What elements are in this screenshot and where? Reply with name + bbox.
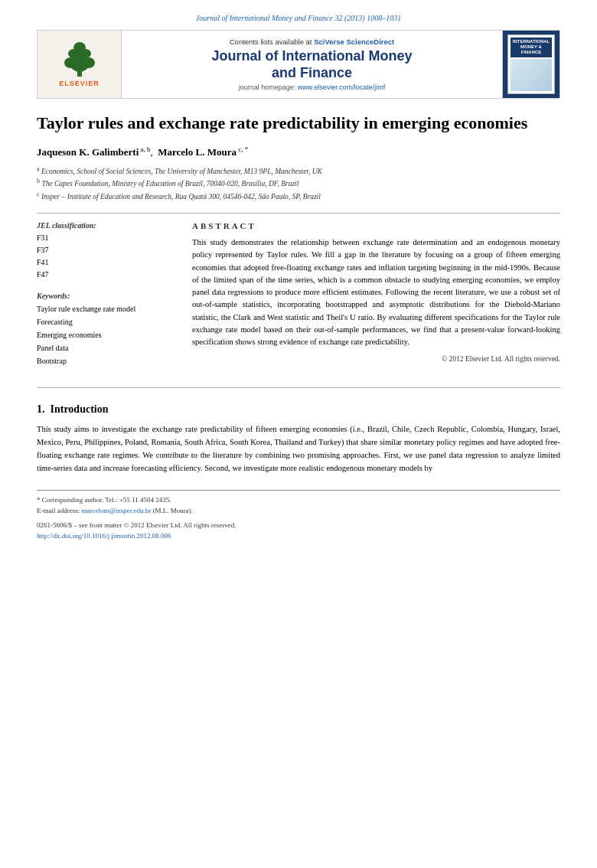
footnote-issn: 0261-5606/$ – see front matter © 2012 El… bbox=[37, 520, 560, 531]
jel-title: JEL classification: bbox=[37, 221, 178, 230]
intro-paragraph: This study aims to investigate the excha… bbox=[37, 423, 560, 475]
footnote-doi-link[interactable]: http://dx.doi.org/10.1016/j.jimonfin.201… bbox=[37, 532, 171, 540]
author-1-sup: a, b bbox=[139, 145, 150, 153]
authors-line: Jaqueson K. Galimberti a, b, Marcelo L. … bbox=[37, 145, 560, 158]
sciverse-link[interactable]: SciVerse ScienceDirect bbox=[314, 38, 394, 46]
jel-section: JEL classification: F31 F37 F41 F47 bbox=[37, 221, 178, 281]
journal-ref: Journal of International Money and Finan… bbox=[37, 14, 560, 22]
jel-code-3: F41 bbox=[37, 256, 178, 269]
abstract-section: JEL classification: F31 F37 F41 F47 Keyw… bbox=[37, 221, 560, 375]
elsevier-logo-section: ELSEVIER bbox=[38, 31, 122, 98]
affil-3: c Insper – Institute of Education and Re… bbox=[37, 190, 560, 202]
footnote-doi: http://dx.doi.org/10.1016/j.jimonfin.201… bbox=[37, 531, 560, 542]
footnote-email: E-mail address: marcelom@insper.edu.br (… bbox=[37, 506, 560, 517]
jel-code-4: F47 bbox=[37, 269, 178, 281]
elsevier-tree-icon bbox=[57, 41, 103, 78]
jel-codes: F31 F37 F41 F47 bbox=[37, 232, 178, 281]
jel-code-2: F37 bbox=[37, 244, 178, 256]
abstract-text: This study demonstrates the relationship… bbox=[192, 237, 560, 348]
section-divider bbox=[37, 387, 560, 388]
journal-homepage: journal homepage: www.elsevier.com/locat… bbox=[239, 83, 386, 91]
affil-2: b The Capes Foundation, Ministry of Educ… bbox=[37, 177, 560, 189]
journal-title-banner: Journal of International Money and Finan… bbox=[211, 48, 412, 81]
elsevier-logo: ELSEVIER bbox=[57, 41, 103, 87]
svg-point-7 bbox=[73, 42, 86, 53]
footnote-email-link[interactable]: marcelom@insper.edu.br bbox=[81, 507, 151, 514]
keyword-2: Forecasting bbox=[37, 315, 178, 328]
author-2-sup: c, * bbox=[237, 145, 248, 153]
header-center: Contents lists available at SciVerse Sci… bbox=[122, 31, 502, 98]
keywords-list: Taylor rule exchange rate model Forecast… bbox=[37, 302, 178, 367]
affiliations: a Economics, School of Social Sciences, … bbox=[37, 165, 560, 202]
copyright-line: © 2012 Elsevier Ltd. All rights reserved… bbox=[192, 355, 560, 363]
elsevier-label: ELSEVIER bbox=[59, 80, 100, 87]
abstract-header: ABSTRACT bbox=[192, 221, 560, 230]
keywords-title: Keywords: bbox=[37, 292, 178, 300]
keyword-3: Emerging economies bbox=[37, 328, 178, 341]
keywords-section: Keywords: Taylor rule exchange rate mode… bbox=[37, 292, 178, 367]
jel-code-1: F31 bbox=[37, 232, 178, 244]
article-title: Taylor rules and exchange rate predictab… bbox=[37, 113, 560, 135]
right-col: ABSTRACT This study demonstrates the rel… bbox=[192, 221, 560, 375]
keyword-4: Panel data bbox=[37, 341, 178, 354]
keyword-1: Taylor rule exchange rate model bbox=[37, 302, 178, 315]
page-container: Journal of International Money and Finan… bbox=[0, 0, 597, 868]
affil-1: a Economics, School of Social Sciences, … bbox=[37, 165, 560, 177]
cover-title: INTERNATIONAL MONEY & FINANCE bbox=[511, 38, 552, 57]
cover-image bbox=[511, 59, 552, 91]
left-col: JEL classification: F31 F37 F41 F47 Keyw… bbox=[37, 221, 178, 375]
author-1-name: Jaqueson K. Galimberti bbox=[37, 146, 139, 158]
footnote-corresponding: * Corresponding author. Tel.: +55 11 450… bbox=[37, 495, 560, 506]
author-2-name: Marcelo L. Moura bbox=[158, 146, 237, 158]
section-title-1: 1. Introduction bbox=[37, 403, 560, 416]
journal-cover-section: INTERNATIONAL MONEY & FINANCE bbox=[502, 31, 559, 98]
keyword-5: Bootstrap bbox=[37, 354, 178, 367]
header-divider bbox=[37, 213, 560, 214]
journal-cover: INTERNATIONAL MONEY & FINANCE bbox=[507, 34, 555, 94]
homepage-url[interactable]: www.elsevier.com/locate/jimf bbox=[298, 83, 386, 91]
footnote-section: * Corresponding author. Tel.: +55 11 450… bbox=[37, 490, 560, 541]
sciverse-line: Contents lists available at SciVerse Sci… bbox=[230, 38, 394, 46]
journal-header: ELSEVIER Contents lists available at Sci… bbox=[37, 30, 560, 99]
